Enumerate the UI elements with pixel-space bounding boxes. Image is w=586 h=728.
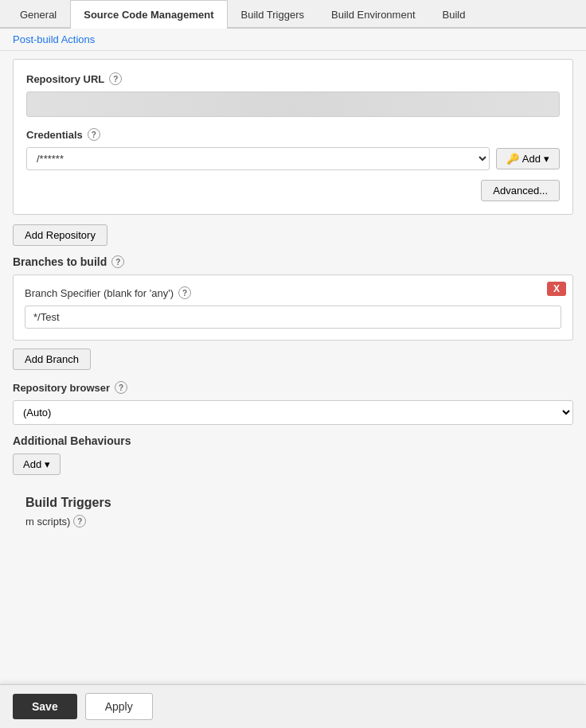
credentials-help-icon[interactable]: ?: [88, 128, 100, 141]
additional-behaviours-title: Additional Behaviours: [13, 434, 573, 447]
add-branch-button[interactable]: Add Branch: [13, 348, 91, 370]
additional-behaviours-section: Additional Behaviours Add ▾: [13, 434, 573, 475]
credentials-row: /****** 🔑 Add ▾: [26, 147, 560, 170]
main-content: Repository URL ? Credentials ? /****** 🔑…: [0, 51, 586, 539]
apply-button[interactable]: Apply: [85, 693, 153, 720]
trigger-info-help-icon[interactable]: ?: [73, 515, 86, 528]
behaviours-dropdown-arrow-icon: ▾: [45, 458, 50, 470]
repository-section: Repository URL ? Credentials ? /****** 🔑…: [13, 59, 573, 215]
repository-browser-label: Repository browser ?: [13, 381, 573, 394]
tab-general[interactable]: General: [6, 0, 70, 29]
dropdown-arrow-icon: ▾: [544, 153, 549, 165]
add-behaviours-button[interactable]: Add ▾: [13, 454, 61, 475]
add-repository-button[interactable]: Add Repository: [13, 224, 107, 246]
tab-source-code-management[interactable]: Source Code Management: [70, 0, 227, 29]
repository-browser-select[interactable]: (Auto): [13, 400, 573, 425]
delete-branch-button[interactable]: X: [547, 282, 566, 296]
repository-browser-section: Repository browser ? (Auto): [13, 381, 573, 425]
branches-to-build-title: Branches to build ?: [13, 255, 573, 268]
build-triggers-section: Build Triggers m scripts) ?: [13, 488, 573, 531]
credentials-label: Credentials ?: [26, 128, 560, 141]
add-branch-row: Add Branch: [13, 348, 573, 370]
post-build-actions-link[interactable]: Post-build Actions: [0, 29, 586, 51]
tab-build[interactable]: Build: [429, 0, 479, 29]
credentials-select[interactable]: /******: [26, 147, 490, 170]
advanced-row: Advanced...: [26, 180, 560, 201]
repository-url-label: Repository URL ?: [26, 72, 560, 85]
repository-browser-help-icon[interactable]: ?: [115, 381, 127, 394]
credentials-add-button[interactable]: 🔑 Add ▾: [496, 148, 560, 169]
branch-specifier-help-icon[interactable]: ?: [178, 286, 191, 299]
branches-to-build-help-icon[interactable]: ?: [111, 255, 124, 268]
add-repository-row: Add Repository: [13, 224, 573, 246]
trigger-info-row: m scripts) ?: [25, 515, 561, 528]
save-button[interactable]: Save: [13, 694, 77, 719]
key-icon: 🔑: [506, 153, 519, 165]
bottom-bar: Save Apply: [0, 684, 586, 728]
tab-build-environment[interactable]: Build Environment: [318, 0, 429, 29]
repository-url-input[interactable]: [26, 91, 560, 117]
advanced-button[interactable]: Advanced...: [481, 180, 560, 201]
repository-url-help-icon[interactable]: ?: [109, 72, 122, 85]
tab-build-triggers[interactable]: Build Triggers: [228, 0, 318, 29]
branch-specifier-input[interactable]: [25, 306, 561, 329]
build-triggers-title: Build Triggers: [25, 496, 561, 510]
branch-specifier-box: X Branch Specifier (blank for 'any') ?: [13, 274, 573, 341]
tabs-bar: General Source Code Management Build Tri…: [0, 0, 586, 29]
branch-specifier-label: Branch Specifier (blank for 'any') ?: [25, 286, 561, 299]
